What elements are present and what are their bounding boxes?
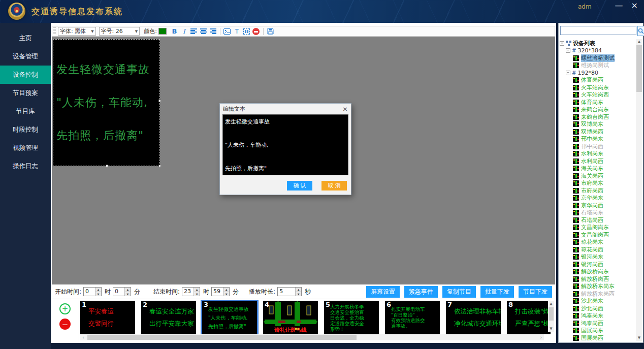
batch-send-button[interactable]: 批量下发 [480, 286, 514, 298]
program-thumbnail[interactable]: 5大力开展秋冬季交通安全整治百日会战，全力稳定道路交通安全形势！ [324, 301, 379, 334]
scroll-down-icon[interactable]: ▼ [548, 326, 554, 332]
insert-text-icon[interactable]: T [233, 27, 241, 36]
scroll-up-icon[interactable]: ▲ [636, 39, 642, 45]
sidebar-item-节目预案[interactable]: 节目预案 [0, 84, 51, 102]
device-tree-item[interactable]: 体育岗西 [560, 77, 635, 84]
program-thumbnail[interactable]: 7依法治理非标车辆净化城市交通环境 [446, 301, 501, 334]
device-tree-group[interactable]: −#192*80 [560, 69, 635, 77]
device-tree-item[interactable]: 解放桥东岗东 [560, 283, 635, 291]
device-tree-item[interactable]: 火车站岗东 [560, 84, 635, 91]
device-tree-item[interactable]: 维扬岗测试 [560, 62, 635, 70]
sidebar-item-主页[interactable]: 主页 [0, 29, 51, 47]
tree-expander-icon[interactable]: − [566, 71, 570, 75]
align-center-icon[interactable] [199, 27, 208, 36]
duration-stepper[interactable]: 5▲▼ [277, 287, 302, 296]
resize-handle[interactable] [158, 100, 161, 102]
program-thumbnail[interactable]: 4请礼让斑马线 [263, 301, 318, 334]
device-tree-item[interactable]: 文昌阁岗西 [560, 231, 635, 239]
sidebar-item-节目库[interactable]: 节目库 [0, 102, 51, 120]
device-tree-item[interactable]: 来鹤台岗西 [560, 113, 635, 121]
device-tree-item[interactable]: 市府岗西 [560, 187, 635, 195]
emergency-event-button[interactable]: 紧急事件 [404, 286, 438, 298]
device-tree-item[interactable]: 水利岗西 [560, 157, 635, 165]
sidebar-item-时段控制[interactable]: 时段控制 [0, 120, 51, 139]
device-tree-item[interactable]: 银河岗东 [560, 253, 635, 261]
device-tree-item[interactable]: 京华岗东 [560, 195, 635, 202]
font-family-select[interactable]: 字体: 黑体 ▼ [58, 27, 96, 36]
device-tree-item[interactable]: 文昌阁岗东 [560, 224, 635, 232]
italic-icon[interactable]: I [180, 27, 188, 36]
remove-program-button[interactable]: − [59, 319, 71, 330]
sidebar-item-操作日志[interactable]: 操作日志 [0, 157, 51, 175]
sidebar-item-视频管理[interactable]: 视频管理 [0, 139, 51, 157]
tree-expander-icon[interactable]: − [566, 48, 570, 53]
start-minute-stepper[interactable]: 0▲▼ [113, 287, 131, 296]
device-tree-item[interactable]: 琼花岗西 [560, 246, 635, 253]
tree-expander-icon[interactable]: − [560, 41, 564, 46]
scroll-left-icon[interactable]: ‹ [80, 335, 86, 340]
end-minute-stepper[interactable]: 59▲▼ [211, 287, 230, 296]
resize-handle[interactable] [158, 165, 161, 167]
font-size-select[interactable]: 字号: 26 ▼ [99, 27, 140, 36]
device-tree-item[interactable]: 双博岗西 [560, 128, 635, 136]
cancel-button[interactable]: 取 消 [321, 181, 347, 191]
align-right-icon[interactable] [209, 27, 217, 36]
led-screen-preview[interactable]: 发生轻微交通事故"人未伤，车能动,先拍照，后撤离" [53, 39, 160, 166]
device-tree-item[interactable]: 螺丝湾桥测试 [560, 54, 635, 62]
minimize-icon[interactable]: — [615, 2, 623, 10]
bold-icon[interactable]: B [170, 27, 179, 36]
copy-program-button[interactable]: 复制节目 [442, 286, 476, 298]
search-icon[interactable] [637, 26, 644, 36]
device-tree-item[interactable]: 邗中岗东 [560, 136, 635, 143]
device-tree-item[interactable]: 市府岗东 [560, 180, 635, 187]
close-icon[interactable]: × [631, 2, 638, 10]
align-left-icon[interactable] [189, 27, 198, 36]
start-hour-stepper[interactable]: 0▲▼ [83, 287, 102, 296]
screen-settings-button[interactable]: 屏幕设置 [366, 286, 400, 298]
device-tree-item[interactable]: 体育岗东 [560, 99, 635, 106]
program-thumbnail[interactable]: 3发生轻微交通事故"人未伤，车能动,先拍照，后撤离" [202, 301, 257, 334]
device-search-input[interactable] [560, 26, 636, 35]
device-tree-item[interactable]: 邗中岗西 [560, 143, 635, 150]
device-tree-item[interactable]: 海关岗西 [560, 172, 635, 180]
save-icon[interactable] [266, 27, 275, 36]
device-tree-item[interactable]: 琼花岗东 [560, 239, 635, 246]
end-hour-stepper[interactable]: 23▲▼ [182, 287, 200, 296]
device-tree-item[interactable]: 鸿泰岗东 [560, 312, 635, 320]
insert-image-icon[interactable] [223, 27, 232, 36]
dialog-textarea[interactable]: 发生轻微交通事故"人未伤，车能动,先拍照，后撤离" [222, 114, 348, 175]
device-tree-item[interactable]: 石塔岗西 [560, 216, 635, 224]
device-list-scrollbar[interactable]: ▲ ▼ [636, 39, 642, 341]
device-tree-item[interactable]: 鸿泰岗西 [560, 320, 635, 327]
confirm-button[interactable]: 确 认 [287, 181, 312, 191]
device-tree-root[interactable]: −设备列表 [560, 40, 635, 47]
device-tree-item[interactable]: 解放桥东岗西 [560, 290, 635, 298]
marquee-icon[interactable] [242, 27, 251, 36]
device-tree-item[interactable]: 国展岗东 [560, 327, 635, 335]
no-entry-icon[interactable] [252, 27, 261, 36]
device-tree-item[interactable]: 银河岗西 [560, 261, 635, 268]
program-thumbnail[interactable]: 8打击改装"炸严查严惩"机 [507, 301, 551, 334]
resize-handle[interactable] [106, 165, 108, 167]
program-thumbnail[interactable]: 1平安春运交警同行 [80, 301, 135, 334]
sidebar-item-设备控制[interactable]: 设备控制 [0, 66, 51, 84]
device-tree-item[interactable]: 国展岗西 [560, 334, 635, 341]
device-tree-item[interactable]: 水利岗东 [560, 150, 635, 158]
device-tree-item[interactable]: 沙北岗西 [560, 305, 635, 312]
device-tree-item[interactable]: 京华岗西 [560, 202, 635, 209]
program-thumbnail[interactable]: 2春运安全连万家出行平安靠大家 [141, 301, 196, 334]
device-tree-item[interactable]: 海关岗东 [560, 165, 635, 173]
color-swatch[interactable] [158, 28, 167, 35]
device-tree-item[interactable]: 火车站岗西 [560, 91, 635, 99]
thumbnail-horizontal-scrollbar[interactable]: ‹ › [80, 334, 544, 340]
scroll-right-icon[interactable]: › [538, 335, 544, 340]
sidebar-item-设备管理[interactable]: 设备管理 [0, 47, 51, 66]
send-program-button[interactable]: 节目下发 [519, 286, 552, 298]
thumbnail-vertical-scrollbar[interactable]: ▲ ▼ [548, 301, 554, 332]
device-tree-item[interactable]: 来鹤台岗东 [560, 106, 635, 114]
scroll-down-icon[interactable]: ▼ [636, 335, 642, 341]
add-program-button[interactable]: + [59, 303, 71, 314]
device-tree-item[interactable]: 解放桥岗西 [560, 275, 635, 283]
device-tree-item[interactable]: 双博岗东 [560, 121, 635, 129]
device-tree-group[interactable]: −#320*384 [560, 47, 635, 55]
